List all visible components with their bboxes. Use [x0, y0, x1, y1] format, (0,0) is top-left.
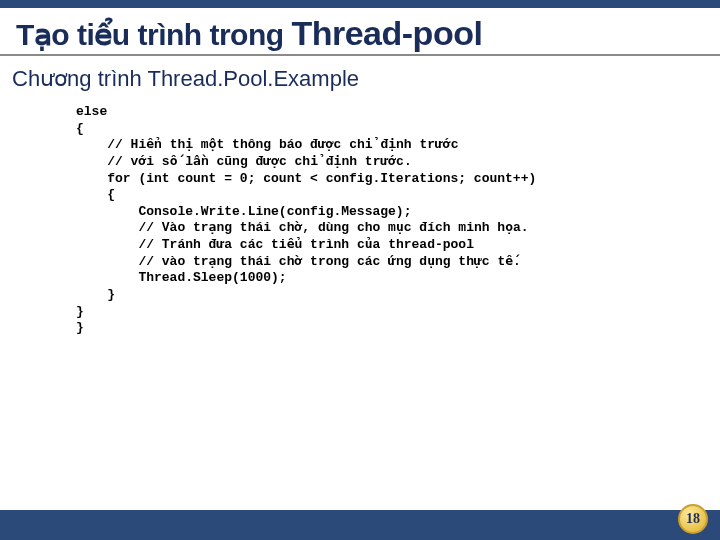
page-number-badge: 18 [678, 504, 708, 534]
footer-bar [0, 510, 720, 540]
slide-title: Tạo tiểu trình trong Thread-pool [16, 14, 482, 53]
page-number: 18 [686, 511, 700, 527]
title-prefix: Tạo tiểu trình trong [16, 18, 291, 51]
title-underline [0, 54, 720, 56]
title-main: Thread-pool [291, 14, 482, 52]
top-accent-bar [0, 0, 720, 8]
code-block: else { // Hiển thị một thông báo được ch… [76, 104, 536, 337]
slide-subtitle: Chương trình Thread.Pool.Example [12, 66, 359, 92]
